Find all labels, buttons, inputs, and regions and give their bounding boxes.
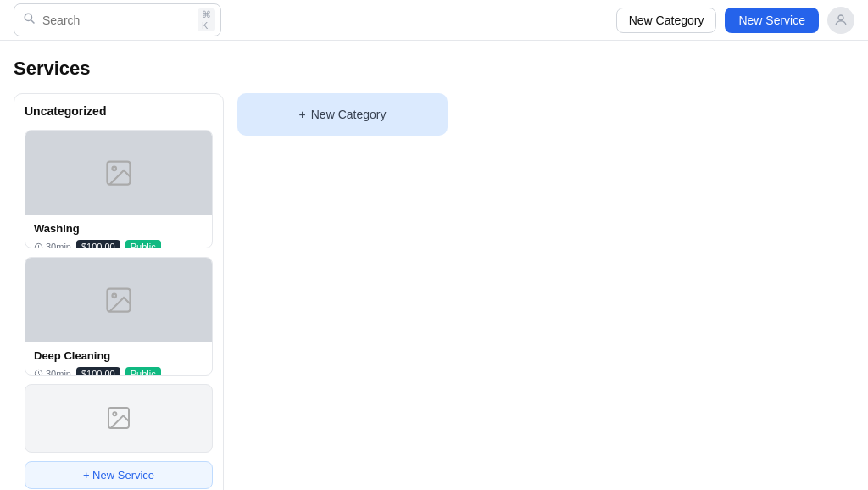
new-service-top-button[interactable]: New Service [725,8,819,33]
service-name-washing: Washing [34,222,203,235]
topbar: ⌘ K New Category New Service [0,0,868,41]
svg-point-2 [838,15,843,20]
service-meta-washing: 30min $100.00 Public [34,240,203,248]
svg-point-10 [113,413,116,416]
search-input[interactable] [42,14,191,27]
service-duration-washing: 30min [34,242,71,248]
new-category-button[interactable]: New Category [616,8,717,33]
new-service-placeholder [25,384,213,453]
svg-point-4 [113,167,117,171]
service-image-deep-cleaning [25,258,212,342]
service-image-washing [25,131,212,215]
service-card-body-washing: Washing 30min $100.00 Public [25,215,212,248]
topbar-actions: New Category New Service [616,7,854,34]
category-name: Uncategorized [25,104,213,121]
search-icon [23,12,36,28]
new-category-label: New Category [311,108,387,121]
keyboard-shortcut-hint: ⌘ K [198,8,215,31]
new-service-column-button[interactable]: + New Service [25,461,213,489]
service-visibility-washing: Public [125,240,161,248]
svg-line-1 [31,20,35,24]
service-visibility-deep-cleaning: Public [125,367,161,376]
service-price-deep-cleaning: $100.00 [76,367,120,376]
avatar[interactable] [827,7,854,34]
service-price-washing: $100.00 [76,240,120,248]
search-bar[interactable]: ⌘ K [14,3,221,36]
svg-point-7 [113,293,117,298]
uncategorized-column: Uncategorized Washing [14,93,224,490]
plus-icon: + [299,108,306,121]
service-name-deep-cleaning: Deep Cleaning [34,349,203,362]
main-content: Services Uncategorized Washing [0,41,868,490]
service-card[interactable]: Deep Cleaning 30min $100.00 Public [25,257,213,376]
service-card[interactable]: Washing 30min $100.00 Public [25,130,213,248]
categories-row: Uncategorized Washing [14,93,854,490]
page-title: Services [14,58,854,80]
service-duration-deep-cleaning: 30min [34,369,71,376]
svg-point-0 [25,14,31,20]
service-meta-deep-cleaning: 30min $100.00 Public [34,367,203,376]
new-category-column-button[interactable]: + New Category [237,93,448,136]
service-card-body-deep-cleaning: Deep Cleaning 30min $100.00 Public [25,342,212,376]
